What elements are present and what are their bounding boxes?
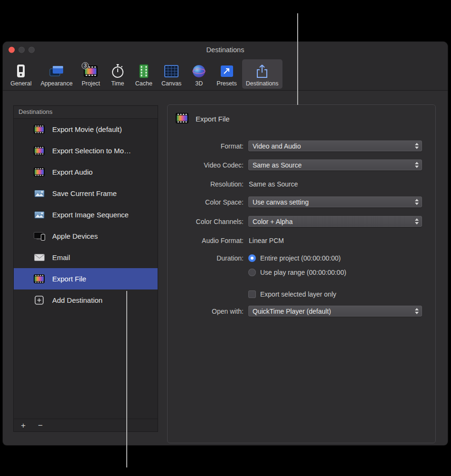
- radio-unselected-icon[interactable]: [248, 269, 256, 276]
- duration-option-play-range[interactable]: Use play range (00:00:00:00): [248, 267, 422, 278]
- envelope-icon: [33, 254, 46, 261]
- color-space-select[interactable]: Use canvas setting: [248, 196, 422, 207]
- list-item-export-selection[interactable]: Export Selection to Mo…: [14, 140, 158, 161]
- color-channels-select[interactable]: Color + Alpha: [248, 216, 422, 227]
- list-item-apple-devices[interactable]: Apple Devices: [14, 225, 158, 247]
- toolbar-item-label: Canvas: [161, 80, 181, 87]
- minimize-window-button[interactable]: [19, 47, 25, 53]
- toolbar-item-3d[interactable]: 3D: [187, 59, 211, 89]
- resolution-label: Resolution:: [172, 178, 244, 190]
- resolution-row: Resolution: Same as Source: [168, 178, 435, 190]
- list-item-label: Export File: [52, 275, 86, 283]
- video-codec-select[interactable]: Same as Source: [248, 159, 422, 170]
- project-icon: 3: [83, 64, 98, 79]
- preferences-window: Destinations General Appearance 3: [3, 42, 448, 445]
- callout-line-panel: [297, 13, 298, 105]
- audio-format-row: Audio Format: Linear PCM: [168, 235, 435, 246]
- window-title: Destinations: [207, 46, 244, 54]
- radio-selected-icon[interactable]: [248, 254, 256, 262]
- toolbar-item-label: Destinations: [246, 80, 279, 87]
- photo-icon: [33, 190, 46, 197]
- color-channels-value: Color + Alpha: [253, 218, 414, 225]
- destinations-sidebar: Destinations Export Movie (default) Expo…: [13, 105, 158, 432]
- list-item-label: Export Movie (default): [52, 125, 122, 133]
- radio-label: Entire project (00:00:00:00): [260, 254, 341, 262]
- color-space-label: Color Space:: [172, 196, 244, 208]
- sidebar-footer: + −: [14, 419, 158, 431]
- panel-title: Export File: [196, 115, 230, 123]
- toolbar-item-project[interactable]: 3 Project: [78, 59, 104, 89]
- toolbar-item-canvas[interactable]: Canvas: [158, 59, 185, 89]
- list-item-export-movie[interactable]: Export Movie (default): [14, 119, 158, 140]
- film-icon: [176, 113, 188, 125]
- video-codec-row: Video Codec: Same as Source: [168, 159, 435, 171]
- share-export-icon: [254, 64, 270, 79]
- close-window-button[interactable]: [9, 47, 15, 53]
- list-item-label: Export Audio: [52, 168, 93, 176]
- export-layer-row: Export selected layer only: [168, 289, 435, 300]
- list-item-label: Export Selection to Mo…: [52, 147, 131, 155]
- list-item-label: Email: [52, 253, 70, 261]
- list-item-export-file[interactable]: Export File: [14, 268, 158, 289]
- duration-row: Duration: Entire project (00:00:00:00): [168, 252, 435, 264]
- toolbar-item-time[interactable]: Time: [105, 59, 130, 89]
- list-item-export-audio[interactable]: Export Audio: [14, 161, 158, 183]
- list-item-save-current-frame[interactable]: Save Current Frame: [14, 183, 158, 204]
- callout-line-export-file: [126, 291, 127, 467]
- toolbar-item-destinations[interactable]: Destinations: [242, 59, 282, 89]
- toolbar-item-label: 3D: [195, 80, 203, 87]
- updown-chevron-icon: [414, 198, 419, 206]
- canvas-icon: [164, 64, 179, 79]
- open-with-label: Open with:: [172, 306, 244, 317]
- remove-destination-button[interactable]: −: [37, 421, 44, 429]
- list-item-add-destination[interactable]: Add Destination: [14, 289, 158, 311]
- video-codec-label: Video Codec:: [172, 159, 244, 171]
- open-with-value: QuickTime Player (default): [253, 308, 414, 315]
- color-channels-label: Color Channels:: [172, 216, 244, 227]
- zoom-window-button[interactable]: [28, 47, 35, 53]
- sidebar-header: Destinations: [14, 106, 158, 119]
- color-space-row: Color Space: Use canvas setting: [168, 196, 435, 208]
- radio-label: Use play range (00:00:00:00): [260, 269, 346, 276]
- export-selected-layer-option[interactable]: Export selected layer only: [248, 289, 422, 300]
- toolbar-item-label: Appearance: [40, 80, 72, 87]
- devices-icon: [33, 232, 46, 241]
- appearance-icon: [49, 64, 64, 79]
- color-channels-row: Color Channels: Color + Alpha: [168, 216, 435, 227]
- film-icon: [33, 168, 46, 177]
- format-row: Format: Video and Audio: [168, 140, 435, 152]
- updown-chevron-icon: [414, 217, 419, 225]
- general-icon: [13, 64, 28, 79]
- export-file-panel: Export File Format: Video and Audio Vide…: [167, 104, 436, 443]
- sphere-3d-icon: [191, 64, 207, 79]
- list-item-email[interactable]: Email: [14, 247, 158, 268]
- duration-row-2: Use play range (00:00:00:00): [168, 267, 435, 278]
- checkbox-label: Export selected layer only: [260, 290, 336, 298]
- preferences-toolbar: General Appearance 3 Project Time: [3, 58, 448, 91]
- film-icon: [33, 146, 46, 155]
- toolbar-item-cache[interactable]: Cache: [132, 59, 156, 89]
- duration-option-entire-project[interactable]: Entire project (00:00:00:00): [248, 252, 422, 264]
- checkbox-unchecked-icon[interactable]: [248, 290, 256, 298]
- toolbar-item-presets[interactable]: Presets: [213, 59, 240, 89]
- updown-chevron-icon: [414, 142, 419, 150]
- screen-background: Destinations General Appearance 3: [0, 0, 451, 476]
- presets-icon: [219, 64, 235, 79]
- list-item-label: Export Image Sequence: [52, 211, 129, 219]
- updown-chevron-icon: [414, 161, 419, 169]
- destinations-list: Export Movie (default) Export Selection …: [14, 119, 158, 419]
- open-with-select[interactable]: QuickTime Player (default): [248, 306, 422, 317]
- toolbar-item-general[interactable]: General: [7, 59, 35, 89]
- panel-title-row: Export File: [176, 113, 230, 125]
- toolbar-item-appearance[interactable]: Appearance: [37, 59, 76, 89]
- duration-label: Duration:: [172, 252, 244, 264]
- toolbar-item-label: General: [10, 80, 31, 87]
- add-destination-button[interactable]: +: [19, 421, 27, 429]
- format-label: Format:: [172, 140, 244, 152]
- plus-box-icon: [33, 296, 46, 305]
- color-space-value: Use canvas setting: [253, 198, 414, 206]
- list-item-export-image-sequence[interactable]: Export Image Sequence: [14, 204, 158, 225]
- toolbar-item-label: Time: [111, 80, 124, 87]
- format-select[interactable]: Video and Audio: [248, 140, 422, 151]
- list-item-label: Apple Devices: [52, 232, 98, 240]
